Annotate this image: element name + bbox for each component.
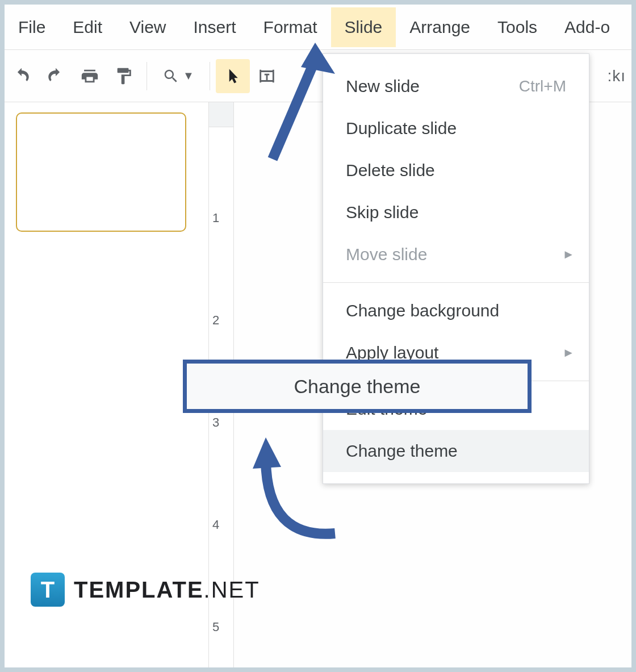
submenu-arrow-icon: ► (562, 345, 575, 360)
toolbar-separator (147, 62, 147, 90)
menu-file[interactable]: File (5, 7, 59, 47)
undo-icon (12, 66, 31, 86)
cursor-icon (224, 68, 241, 85)
watermark-suffix: .NET (204, 577, 260, 602)
menu-bar: File Edit View Insert Format Slide Arran… (5, 5, 631, 50)
slide-menu-dropdown: New slide Ctrl+M Duplicate slide Delete … (323, 53, 589, 484)
menu-item-label: Delete slide (346, 161, 435, 180)
menu-item-new-slide[interactable]: New slide Ctrl+M (323, 65, 589, 107)
zoom-icon (162, 68, 179, 85)
menu-item-label: Skip slide (346, 203, 419, 222)
menu-item-label: New slide (346, 77, 420, 96)
menu-arrange[interactable]: Arrange (396, 7, 484, 47)
menu-item-delete-slide[interactable]: Delete slide (323, 149, 589, 191)
ruler-label: 4 (212, 517, 219, 532)
textbox-tool-button[interactable] (250, 59, 284, 93)
watermark-text: TEMPLATE.NET (74, 577, 260, 603)
menu-view[interactable]: View (116, 7, 179, 47)
menu-insert[interactable]: Insert (180, 7, 250, 47)
paint-roller-icon (114, 66, 133, 86)
menu-addons[interactable]: Add-o (551, 7, 624, 47)
dropdown-caret-icon: ▼ (183, 69, 194, 82)
menu-item-move-slide: Move slide ► (323, 233, 589, 276)
print-icon (80, 66, 99, 86)
app-frame: File Edit View Insert Format Slide Arran… (5, 5, 631, 667)
menu-item-label: Change background (346, 301, 499, 320)
menu-item-skip-slide[interactable]: Skip slide (323, 191, 589, 233)
toolbar-cutoff-text: :kı (607, 67, 626, 85)
watermark: T TEMPLATE.NET (31, 573, 260, 607)
ruler-label: 5 (212, 620, 219, 635)
submenu-arrow-icon: ► (562, 247, 575, 262)
menu-item-shortcut: Ctrl+M (519, 77, 566, 95)
textbox-icon (257, 66, 277, 86)
menu-slide[interactable]: Slide (331, 7, 396, 47)
paint-format-button[interactable] (107, 59, 141, 93)
menu-format[interactable]: Format (250, 7, 331, 47)
ruler-label: 3 (212, 415, 219, 430)
menu-item-change-background[interactable]: Change background (323, 290, 589, 332)
redo-button[interactable] (39, 59, 73, 93)
annotation-callout-label: Change theme (294, 375, 420, 398)
menu-item-label: Change theme (346, 441, 458, 461)
ruler-label: 2 (212, 313, 219, 328)
annotation-callout-box: Change theme (183, 360, 532, 413)
menu-edit[interactable]: Edit (59, 7, 116, 47)
menu-item-label: Move slide (346, 245, 427, 264)
menu-separator (323, 282, 589, 283)
slide-thumbnail[interactable] (16, 112, 186, 232)
print-button[interactable] (73, 59, 107, 93)
undo-button[interactable] (5, 59, 39, 93)
select-tool-button[interactable] (216, 59, 250, 93)
watermark-icon: T (31, 573, 65, 607)
menu-item-duplicate-slide[interactable]: Duplicate slide (323, 107, 589, 149)
watermark-brand: TEMPLATE (74, 577, 204, 602)
toolbar-separator (210, 62, 210, 90)
redo-icon (46, 66, 65, 86)
menu-item-label: Duplicate slide (346, 119, 457, 138)
ruler-corner (209, 102, 233, 127)
zoom-button[interactable]: ▼ (153, 59, 204, 93)
ruler-label: 1 (212, 211, 219, 226)
menu-tools[interactable]: Tools (484, 7, 551, 47)
menu-item-change-theme[interactable]: Change theme (323, 430, 589, 472)
